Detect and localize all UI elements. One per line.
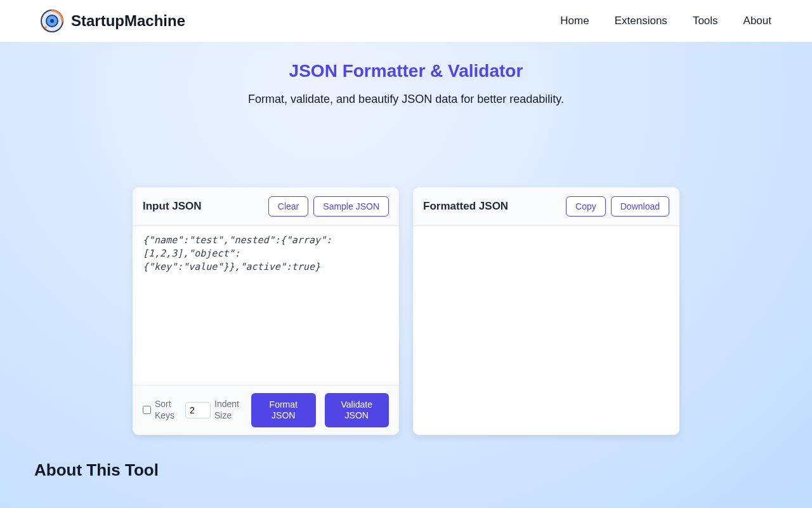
page-subtitle: Format, validate, and beautify JSON data… — [0, 93, 812, 106]
json-input[interactable] — [143, 234, 389, 375]
format-json-button[interactable]: Format JSON — [251, 393, 316, 427]
indent-size-input[interactable] — [185, 402, 211, 418]
validate-json-button[interactable]: Validate JSON — [325, 393, 390, 427]
nav-tools[interactable]: Tools — [693, 15, 718, 27]
nav-home[interactable]: Home — [560, 15, 589, 27]
svg-point-3 — [44, 26, 47, 29]
download-button[interactable]: Download — [611, 196, 669, 217]
sort-keys-label: Sort Keys — [155, 399, 176, 421]
brand-logo-icon — [41, 10, 63, 32]
output-card-title: Formatted JSON — [423, 200, 508, 213]
nav-extensions[interactable]: Extensions — [615, 15, 667, 27]
output-card: Formatted JSON Copy Download — [413, 187, 679, 435]
copy-button[interactable]: Copy — [566, 196, 606, 217]
nav-about[interactable]: About — [743, 15, 771, 27]
input-card-title: Input JSON — [143, 200, 202, 213]
formatted-output — [413, 226, 679, 420]
brand-name: StartupMachine — [71, 12, 185, 30]
sort-keys-checkbox[interactable] — [143, 406, 151, 414]
main-nav: Home Extensions Tools About — [560, 15, 771, 27]
indent-size-label: Indent Size — [214, 399, 242, 421]
clear-button[interactable]: Clear — [268, 196, 308, 217]
about-section-title: About This Tool — [34, 460, 778, 480]
svg-point-2 — [50, 19, 54, 23]
input-card: Input JSON Clear Sample JSON Sort Keys I… — [133, 187, 399, 435]
sample-json-button[interactable]: Sample JSON — [313, 196, 389, 217]
page-title: JSON Formatter & Validator — [0, 61, 812, 81]
